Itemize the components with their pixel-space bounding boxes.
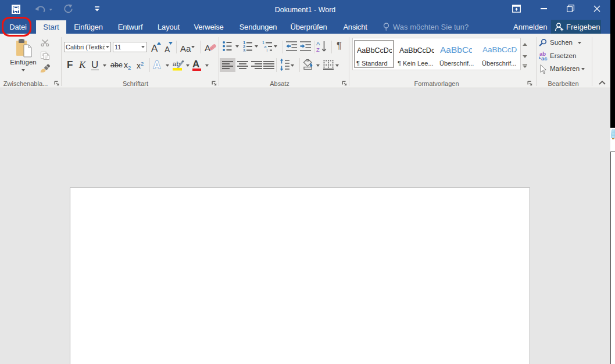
- svg-text:3: 3: [243, 48, 245, 52]
- svg-text:i: i: [267, 48, 268, 52]
- svg-text:A: A: [153, 59, 161, 71]
- svg-text:ac: ac: [541, 55, 548, 61]
- svg-text:A: A: [316, 41, 320, 46]
- svg-text:Z: Z: [316, 46, 320, 53]
